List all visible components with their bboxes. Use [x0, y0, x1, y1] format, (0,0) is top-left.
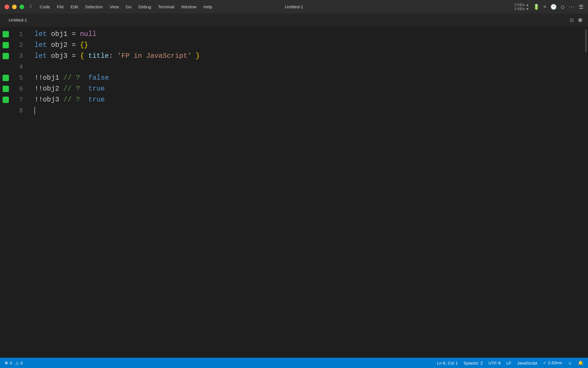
code-line-5: !! obj1 // ? false [34, 72, 588, 83]
code-brace-empty: {} [80, 40, 88, 51]
code-line-7: !! obj3 // ? true [34, 94, 588, 105]
code-line-2: let obj2 = {} [34, 40, 588, 51]
code-space-6 [80, 72, 88, 83]
keyword-let-3: let [34, 51, 47, 62]
line-num-1: 1 [11, 29, 23, 40]
code-obj1-ref: obj1 [43, 72, 63, 83]
code-brace-open: { [80, 51, 84, 62]
menu-item-terminal[interactable]: Terminal [155, 3, 177, 10]
profile-icon: ◇ [561, 4, 565, 10]
line-num-2: 2 [11, 40, 23, 51]
tab-bar: Untitled-1 ⊡ [0, 14, 588, 27]
line-num-3: 3 [11, 51, 23, 62]
line-num-7: 7 [11, 94, 23, 105]
clock-icon: 🕐 [550, 4, 557, 10]
line-indicator-8 [2, 105, 10, 116]
menu-item-help[interactable]: Help [200, 3, 215, 10]
menu-right: 0 KB/s ▲0 KB/s ▼ 🔋 ≈ 🕐 ◇ ··· ☰ [515, 3, 583, 11]
status-encoding[interactable]: UTF-8 [488, 361, 501, 365]
line-num-6: 6 [11, 83, 23, 94]
line-indicators [0, 27, 11, 358]
code-true-2: true [88, 94, 105, 105]
status-spaces[interactable]: Spaces: 2 [464, 361, 483, 365]
status-warnings[interactable]: △ 0 [16, 360, 23, 365]
code-var-1: obj1 = [47, 29, 80, 40]
maximize-button[interactable] [20, 5, 24, 9]
code-space-3 [84, 51, 88, 62]
line-indicator-4 [2, 62, 10, 72]
warning-icon: △ [16, 360, 19, 365]
line-indicator-5 [2, 72, 10, 83]
keyword-let-2: let [34, 40, 47, 51]
editor: 1 2 3 4 5 6 7 8 let obj1 = null let obj2… [0, 27, 588, 358]
status-bar: ⊗ 0 △ 0 Ln 8, Col 1 Spaces: 2 UTF-8 LF J… [0, 358, 588, 368]
menu-item-file[interactable]: File [54, 3, 67, 10]
scrollbar[interactable] [584, 27, 588, 358]
line-num-8: 8 [11, 105, 23, 116]
apple-icon[interactable]:  [30, 4, 33, 9]
code-brace-close: } [196, 51, 200, 62]
dot-button[interactable] [578, 18, 582, 22]
menu-items:  Code File Edit Selection View Go Debug… [30, 3, 515, 10]
battery-icon: 🔋 [533, 4, 539, 10]
close-button[interactable] [5, 5, 9, 9]
wifi-icon: ≈ [543, 4, 546, 10]
code-bang-1: !! [34, 72, 43, 83]
menu-item-code[interactable]: Code [37, 3, 53, 10]
code-space-4 [113, 51, 117, 62]
network-indicator: 0 KB/s ▲0 KB/s ▼ [515, 3, 529, 11]
split-editor-icon[interactable]: ⊡ [570, 16, 574, 24]
code-var-2: obj2 = [47, 40, 80, 51]
minimize-button[interactable] [12, 5, 17, 9]
menu-item-go[interactable]: Go [123, 3, 134, 10]
line-indicator-3 [2, 51, 10, 62]
code-false: false [88, 72, 109, 83]
warning-count: 0 [20, 361, 23, 365]
line-num-4: 4 [11, 62, 23, 72]
menu-item-edit[interactable]: Edit [68, 3, 81, 10]
line-indicator-7 [2, 94, 10, 105]
code-comment-2: // ? [63, 83, 80, 94]
status-errors[interactable]: ⊗ 0 [5, 360, 12, 365]
line-num-5: 5 [11, 72, 23, 83]
code-line-4 [34, 62, 588, 72]
line-numbers: 1 2 3 4 5 6 7 8 [11, 27, 29, 358]
code-comment-3: // ? [63, 94, 80, 105]
menu-item-window[interactable]: Window [178, 3, 199, 10]
code-bang-3: !! [34, 94, 43, 105]
editor-tab[interactable]: Untitled-1 [5, 15, 31, 25]
status-right: Ln 8, Col 1 Spaces: 2 UTF-8 LF JavaScrip… [437, 360, 583, 365]
menu-item-selection[interactable]: Selection [82, 3, 106, 10]
menu-item-view[interactable]: View [107, 3, 122, 10]
more-icon[interactable]: ··· [569, 4, 575, 10]
code-true-1: true [88, 83, 105, 94]
code-space-5 [192, 51, 196, 62]
status-timing: ✓ 2.63ms [543, 360, 562, 365]
code-obj2-ref: obj2 [43, 83, 63, 94]
line-indicator-6 [2, 83, 10, 94]
code-comment-1: // ? [63, 72, 80, 83]
code-colon: : [109, 51, 113, 62]
status-smiley-icon: ☺ [568, 361, 572, 365]
scrollbar-thumb[interactable] [585, 29, 587, 52]
code-area[interactable]: let obj1 = null let obj2 = {} let obj3 =… [29, 27, 588, 358]
code-line-3: let obj3 = { title : 'FP in JavaScript' … [34, 51, 588, 62]
line-indicator-1 [2, 29, 10, 40]
code-null: null [80, 29, 96, 40]
code-var-3: obj3 = [47, 51, 80, 62]
status-position[interactable]: Ln 8, Col 1 [437, 361, 458, 365]
code-key-title: title [88, 51, 109, 62]
list-icon[interactable]: ☰ [579, 4, 583, 10]
code-line-1: let obj1 = null [34, 29, 588, 40]
menu-bar:  Code File Edit Selection View Go Debug… [0, 0, 588, 14]
code-line-6: !! obj2 // ? true [34, 83, 588, 94]
status-language[interactable]: JavaScript [517, 361, 537, 365]
traffic-lights [5, 5, 24, 9]
code-string-value: 'FP in JavaScript' [117, 51, 192, 62]
cursor [34, 107, 35, 114]
error-icon: ⊗ [5, 360, 8, 365]
line-indicator-2 [2, 40, 10, 51]
menu-item-debug[interactable]: Debug [136, 3, 154, 10]
code-space-8 [80, 94, 88, 105]
status-line-ending[interactable]: LF [506, 361, 512, 365]
